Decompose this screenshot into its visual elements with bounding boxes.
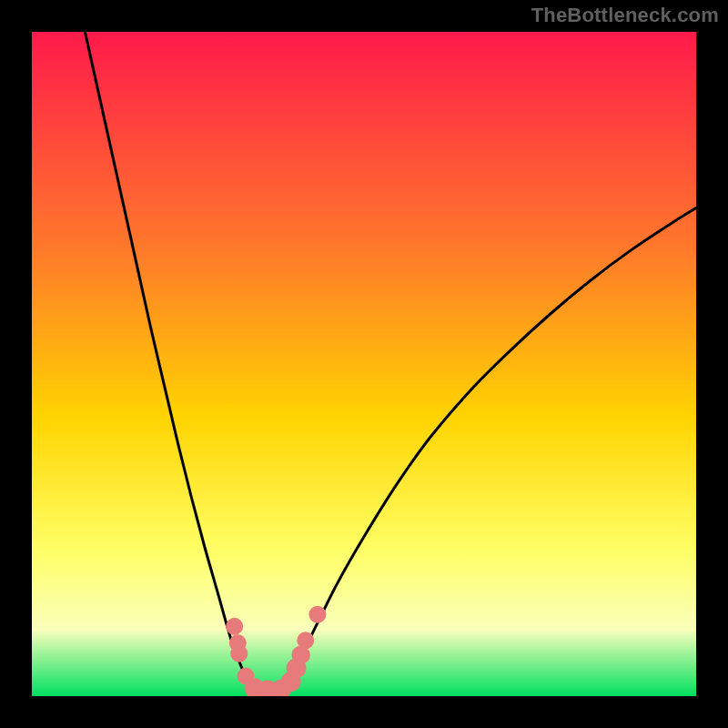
watermark-text: TheBottleneck.com bbox=[531, 4, 719, 27]
data-point bbox=[226, 618, 243, 635]
data-point bbox=[230, 645, 248, 662]
plot-area bbox=[32, 32, 696, 696]
gradient-background bbox=[32, 32, 696, 696]
chart-svg bbox=[32, 32, 696, 696]
data-point bbox=[297, 632, 314, 649]
chart-frame: TheBottleneck.com bbox=[0, 0, 728, 728]
data-point bbox=[308, 606, 326, 623]
